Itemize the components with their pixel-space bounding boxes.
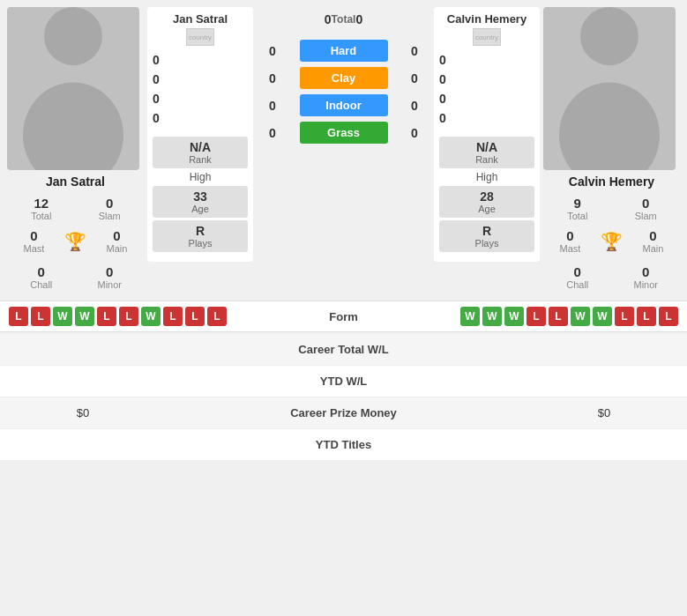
left-form-pill: L [119, 307, 138, 326]
left-slam-stat: 0 Slam [76, 192, 145, 225]
left-plays-value: R [158, 224, 243, 238]
left-grass-score-row: 0 [147, 108, 253, 128]
indoor-badge: Indoor [300, 94, 388, 116]
right-clay-score: 0 [439, 72, 446, 86]
right-form-pill: W [504, 307, 524, 326]
right-age-label: Age [444, 204, 529, 214]
right-form-pill: L [637, 307, 656, 326]
left-form-pill: L [185, 307, 205, 326]
left-panel-header: Jan Satral country [147, 7, 253, 50]
indoor-left-score: 0 [262, 99, 283, 113]
left-form-pill: L [163, 307, 183, 326]
right-minor-stat: 0 Minor [612, 261, 681, 293]
right-indoor-score: 0 [439, 92, 446, 106]
right-stats-grid: 9 Total 0 Slam [543, 192, 680, 225]
right-total-value: 9 [545, 196, 610, 211]
right-panel-header: Calvin Hemery country [434, 7, 540, 50]
right-total-label: Total [545, 211, 610, 221]
grass-badge: Grass [300, 122, 388, 144]
right-chall-value: 0 [545, 264, 610, 279]
left-indoor-score: 0 [153, 92, 160, 106]
right-mast-value: 0 [545, 228, 595, 243]
left-form-pill: L [31, 307, 50, 326]
career-prize-row: $0 Career Prize Money $0 [0, 397, 687, 429]
ytd-titles-row: YTD Titles [0, 429, 687, 461]
left-form-pill: L [207, 307, 227, 326]
right-slam-value: 0 [614, 196, 679, 211]
right-hard-score-row: 0 [434, 50, 540, 70]
right-panel-name: Calvin Hemery [447, 12, 526, 26]
right-slam-stat: 0 Slam [612, 192, 681, 225]
right-player-name: Calvin Hemery [543, 174, 680, 189]
right-high-text: High [439, 171, 534, 183]
left-minor-value: 0 [78, 264, 143, 279]
left-age-label: Age [158, 204, 243, 214]
left-clay-score: 0 [153, 72, 160, 86]
surface-table: 0 Hard 0 0 Clay 0 0 Indoor 0 [257, 37, 430, 146]
left-total-stat: 12 Total [7, 192, 76, 225]
left-form-pill: L [9, 307, 28, 326]
right-grass-score: 0 [439, 111, 446, 125]
form-label: Form [291, 310, 397, 323]
left-chall-value: 0 [9, 264, 74, 279]
right-main-label: Main [628, 243, 678, 254]
right-age-value: 28 [444, 189, 529, 204]
left-high-text: High [153, 171, 248, 183]
left-age-block: 33 Age [153, 186, 248, 218]
clay-badge: Clay [300, 67, 388, 89]
surface-row-hard: 0 Hard 0 [257, 37, 430, 64]
left-form-pills: LLWWLLWLLL [9, 307, 287, 326]
left-bottom-stats: 0 Chall 0 Minor [7, 261, 144, 293]
left-form-pill: L [97, 307, 116, 326]
right-hard-score: 0 [439, 53, 446, 67]
left-rank-label: Rank [158, 154, 243, 165]
career-total-label: Career Total W/L [153, 343, 534, 356]
right-bottom-stats: 0 Chall 0 Minor [543, 261, 680, 293]
right-chall-label: Chall [545, 279, 610, 290]
right-age-block: 28 Age [439, 186, 534, 218]
right-form-pill: L [549, 307, 568, 326]
right-form-pill: W [593, 307, 612, 326]
hard-right-score: 0 [404, 44, 425, 58]
left-panel-name: Jan Satral [173, 12, 228, 26]
left-grass-score: 0 [153, 111, 160, 125]
left-total-value: 12 [9, 196, 74, 211]
svg-point-3 [559, 82, 660, 170]
right-plays-block: R Plays [439, 220, 534, 252]
main-container: Jan Satral 12 Total 0 Slam 0 Mast 🏆 0 [0, 0, 687, 461]
left-chall-label: Chall [9, 279, 74, 290]
left-main-stat: 0 Main [90, 225, 144, 257]
right-grass-score-row: 0 [434, 108, 540, 128]
svg-point-1 [23, 82, 123, 170]
right-mast-stat: 0 Mast [543, 225, 597, 257]
left-flag: country [186, 28, 214, 46]
left-total-label: Total [9, 211, 74, 221]
right-indoor-score-row: 0 [434, 89, 540, 108]
left-form-pill: W [75, 307, 94, 326]
surface-row-clay: 0 Clay 0 [257, 64, 430, 92]
center-names: 0 Total 0 [321, 7, 366, 33]
right-clay-score-row: 0 [434, 70, 540, 89]
right-form-pill: L [615, 307, 634, 326]
right-rank-label: Rank [444, 154, 529, 165]
total-label: Total [332, 13, 356, 26]
clay-left-score: 0 [262, 71, 283, 85]
right-player-avatar-col: Calvin Hemery 9 Total 0 Slam 0 Mast 🏆 [543, 7, 680, 293]
grass-right-score: 0 [404, 126, 425, 140]
left-chall-stat: 0 Chall [7, 261, 76, 293]
right-form-pills: WWWLLWWLLL [400, 307, 679, 326]
left-plays-label: Plays [158, 238, 243, 249]
surface-row-indoor: 0 Indoor 0 [257, 92, 430, 119]
career-prize-left: $0 [12, 406, 153, 419]
career-total-row: Career Total W/L [0, 334, 687, 366]
right-chall-stat: 0 Chall [543, 261, 612, 293]
left-mast-value: 0 [9, 228, 59, 243]
left-trophy-row: 0 Mast 🏆 0 Main [7, 225, 144, 257]
left-rank-block: N/A Rank [153, 137, 248, 168]
center-panel: 0 Total 0 0 Hard 0 0 Clay 0 [257, 7, 430, 146]
right-flag: country [473, 28, 501, 46]
right-form-pill: W [482, 307, 502, 326]
svg-point-2 [580, 7, 638, 65]
form-section: LLWWLLWLLL Form WWWLLWWLLL [0, 301, 687, 332]
left-stats-panel: Jan Satral country 0 0 0 0 N/A Rank High [147, 7, 253, 262]
